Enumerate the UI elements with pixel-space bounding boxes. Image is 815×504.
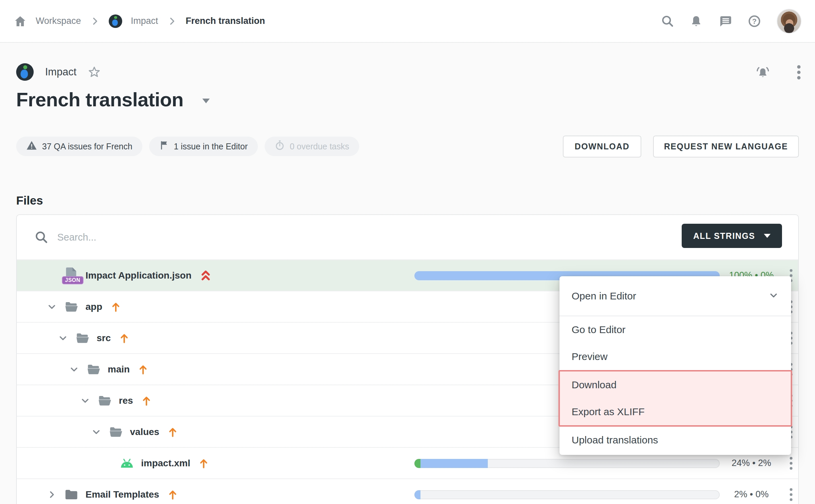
status-chip[interactable]: 1 issue in the Editor [149, 137, 258, 156]
priority-high-icon [200, 269, 211, 282]
star-icon[interactable] [88, 66, 101, 78]
menu-item-label: Upload translations [572, 434, 658, 446]
progress-percent: 2% • 0% [721, 479, 782, 504]
menu-item-upload-translations[interactable]: Upload translations [559, 427, 791, 454]
tree-indent [46, 432, 91, 432]
breadcrumb-project[interactable]: Impact [131, 16, 158, 26]
translated-segment [420, 459, 488, 468]
status-chip: 0 overdue tasks [265, 137, 360, 156]
folder-open-icon [108, 426, 123, 438]
chevron-right-icon [90, 16, 100, 26]
json-badge: JSON [62, 276, 83, 284]
language-switcher[interactable]: French translation [16, 88, 210, 111]
folder-open-icon [97, 395, 112, 407]
files-toolbar: ALL STRINGS [17, 215, 798, 259]
warning-icon [26, 140, 37, 152]
file-name: Impact Application.json [86, 270, 192, 281]
tree-indent [46, 463, 102, 463]
upload-arrow-icon [168, 489, 177, 500]
expand-chevron-right-icon[interactable] [46, 489, 64, 500]
upload-arrow-icon [120, 333, 129, 344]
home-icon[interactable] [13, 14, 27, 28]
row-more-kebab-icon[interactable] [786, 479, 796, 504]
svg-text:?: ? [752, 17, 756, 25]
chevron-down-icon [768, 290, 779, 302]
menu-item-export-as-xliff[interactable]: Export as XLIFF [560, 398, 791, 425]
expand-chevron-down-icon[interactable] [80, 395, 97, 406]
file-name: impact.xml [141, 458, 190, 469]
files-section-heading: Files [16, 194, 43, 207]
messages-icon[interactable] [718, 14, 732, 28]
highlight-annotation: DownloadExport as XLIFF [558, 370, 792, 427]
project-name: Impact [45, 66, 76, 78]
download-button[interactable]: DOWNLOAD [563, 136, 641, 157]
table-row[interactable]: Email Templates2% • 0% [17, 478, 798, 504]
project-logo [16, 63, 34, 81]
tree-indent [46, 369, 69, 369]
menu-item-download[interactable]: Download [560, 371, 791, 398]
file-name: Email Templates [86, 489, 159, 500]
menu-item-label: Preview [572, 351, 608, 362]
tree-indent [46, 400, 80, 401]
menu-item-go-to-editor[interactable]: Go to Editor [559, 316, 791, 343]
status-chip-label: 37 QA issues for French [42, 142, 132, 151]
upload-arrow-icon [142, 395, 151, 406]
search-input[interactable] [57, 232, 428, 243]
request-new-language-button[interactable]: REQUEST NEW LANGUAGE [653, 136, 799, 157]
breadcrumb: Workspace Impact French translation [13, 14, 265, 28]
menu-item-open-in-editor[interactable]: Open in Editor [559, 276, 791, 316]
status-chips: 37 QA issues for French1 issue in the Ed… [16, 137, 359, 156]
expand-chevron-down-icon[interactable] [91, 427, 108, 437]
upload-arrow-icon [199, 458, 208, 469]
translated-segment [414, 490, 420, 499]
approved-segment [414, 459, 420, 468]
folder-closed-icon [64, 489, 79, 501]
menu-item-label: Download [572, 379, 616, 391]
project-header: Impact [16, 63, 101, 81]
filter-button-label: ALL STRINGS [693, 231, 755, 241]
notifications-bell-icon[interactable] [689, 14, 703, 28]
project-more-kebab-icon[interactable] [796, 65, 801, 80]
menu-item-label: Go to Editor [572, 324, 625, 335]
avatar[interactable] [777, 9, 802, 34]
chevron-down-icon [202, 99, 210, 103]
file-name: app [86, 301, 102, 312]
file-name: src [97, 333, 111, 344]
search-icon[interactable] [661, 14, 674, 28]
all-strings-filter-button[interactable]: ALL STRINGS [682, 224, 782, 248]
search-icon [34, 230, 48, 244]
folder-open-icon [64, 301, 79, 313]
expand-chevron-down-icon[interactable] [46, 301, 64, 312]
chevron-down-icon [764, 234, 771, 238]
translation-progress-bar [414, 490, 720, 499]
menu-item-preview[interactable]: Preview [559, 343, 791, 370]
top-navigation-bar: Workspace Impact French translation ? [0, 0, 815, 43]
folder-open-icon [75, 332, 90, 344]
breadcrumb-workspace[interactable]: Workspace [36, 16, 81, 26]
upload-arrow-icon [138, 364, 148, 375]
project-logo[interactable] [109, 14, 122, 28]
subscribe-bell-icon[interactable] [755, 65, 770, 80]
file-name: res [119, 395, 133, 406]
status-chip[interactable]: 37 QA issues for French [16, 137, 142, 156]
expand-chevron-down-icon[interactable] [69, 364, 86, 375]
file-name: main [108, 364, 130, 375]
android-file-icon [120, 458, 134, 469]
status-chip-label: 1 issue in the Editor [174, 142, 248, 151]
upload-arrow-icon [168, 427, 177, 437]
breadcrumb-current-page: French translation [186, 16, 265, 26]
menu-item-label: Export as XLIFF [572, 406, 645, 418]
translation-progress-bar [414, 459, 720, 468]
status-chip-label: 0 overdue tasks [290, 142, 349, 151]
tree-indent [46, 338, 58, 338]
timer-icon [275, 140, 285, 153]
file-name: values [130, 427, 159, 437]
upload-arrow-icon [111, 301, 121, 312]
flag-icon [159, 140, 169, 152]
menu-item-label: Open in Editor [572, 290, 636, 302]
json-file-icon: JSON [64, 267, 79, 284]
page-title: French translation [16, 88, 183, 111]
folder-open-icon [86, 363, 101, 375]
help-icon[interactable]: ? [747, 14, 761, 28]
expand-chevron-down-icon[interactable] [58, 333, 75, 344]
